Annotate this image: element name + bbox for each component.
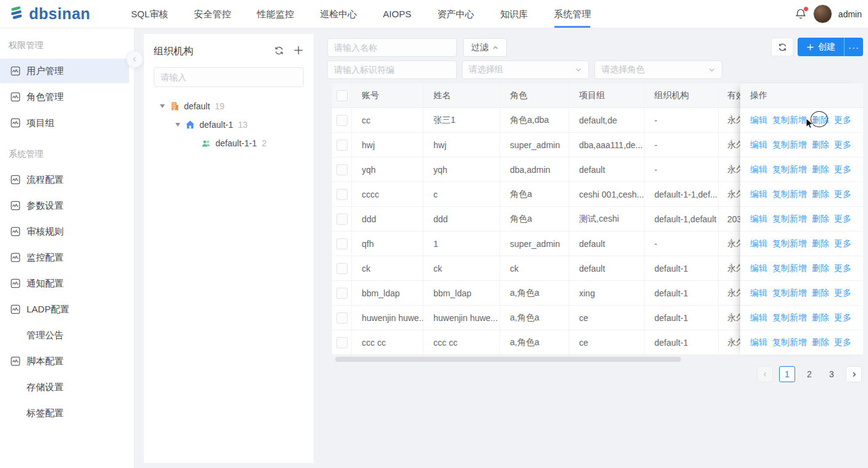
action-link[interactable]: 编辑: [750, 337, 767, 348]
nav-item[interactable]: 安全管控: [194, 0, 231, 28]
org-refresh-icon[interactable]: [274, 46, 284, 58]
action-link[interactable]: 删除: [812, 214, 829, 225]
sidebar-item[interactable]: 项目组: [0, 111, 129, 135]
page-number[interactable]: 3: [824, 366, 840, 382]
tree-expand-caret[interactable]: [175, 123, 180, 127]
action-link[interactable]: 编辑: [750, 115, 767, 126]
action-link[interactable]: 更多: [834, 140, 851, 151]
action-link[interactable]: 更多: [834, 164, 851, 175]
user-avatar[interactable]: [813, 4, 832, 23]
row-checkbox[interactable]: [336, 189, 348, 200]
action-link[interactable]: 复制新增: [772, 337, 807, 348]
action-link[interactable]: 复制新增: [772, 288, 807, 299]
action-link[interactable]: 更多: [834, 337, 851, 348]
action-link[interactable]: 复制新增: [772, 263, 807, 274]
create-button[interactable]: 创建: [798, 38, 844, 56]
action-link[interactable]: 复制新增: [772, 164, 807, 175]
action-link[interactable]: 删除: [812, 140, 829, 151]
action-link[interactable]: 更多: [834, 288, 851, 299]
action-link[interactable]: 删除: [812, 164, 829, 175]
row-checkbox[interactable]: [336, 263, 348, 274]
name-filter-field[interactable]: [327, 38, 457, 57]
nav-item[interactable]: 系统管理: [554, 0, 591, 28]
action-link[interactable]: 更多: [834, 263, 851, 274]
app-logo[interactable]: dbsinan: [9, 5, 90, 23]
row-checkbox[interactable]: [336, 115, 348, 126]
action-link[interactable]: 更多: [834, 312, 851, 324]
sidebar-item[interactable]: 流程配置: [0, 167, 129, 192]
sidebar-item[interactable]: 标签配置: [0, 401, 129, 425]
scrollbar-thumb[interactable]: [335, 357, 681, 362]
nav-item[interactable]: 知识库: [500, 0, 528, 28]
action-link[interactable]: 删除: [812, 288, 829, 299]
sidebar-item[interactable]: 管理公告: [0, 323, 129, 348]
sidebar-collapse-button[interactable]: [126, 51, 143, 68]
tree-node[interactable]: default19: [154, 97, 304, 115]
org-search-input[interactable]: [154, 72, 303, 82]
action-link[interactable]: 复制新增: [772, 189, 807, 200]
org-add-icon[interactable]: [293, 45, 304, 58]
more-actions-button[interactable]: ···: [844, 38, 863, 56]
role-select[interactable]: 请选择角色: [595, 61, 722, 79]
action-link[interactable]: 删除: [812, 115, 829, 126]
action-link[interactable]: 更多: [834, 238, 851, 249]
action-link[interactable]: 删除: [812, 337, 829, 348]
action-link[interactable]: 更多: [834, 189, 851, 200]
row-checkbox[interactable]: [336, 238, 348, 249]
action-link[interactable]: 复制新增: [772, 238, 807, 249]
sidebar-item[interactable]: 角色管理: [0, 85, 129, 109]
row-checkbox[interactable]: [336, 288, 348, 299]
row-checkbox[interactable]: [336, 337, 348, 348]
action-link[interactable]: 复制新增: [772, 115, 807, 126]
action-link[interactable]: 编辑: [750, 312, 767, 324]
row-checkbox[interactable]: [336, 312, 348, 324]
row-checkbox[interactable]: [336, 214, 348, 225]
action-link[interactable]: 删除: [812, 263, 829, 274]
identifier-filter-input[interactable]: [328, 65, 456, 75]
nav-item[interactable]: 资产中心: [437, 0, 474, 28]
action-link[interactable]: 删除: [812, 312, 829, 324]
sidebar-item[interactable]: 用户管理: [0, 59, 129, 83]
nav-item[interactable]: 巡检中心: [320, 0, 357, 28]
action-link[interactable]: 编辑: [750, 214, 767, 225]
user-name[interactable]: admin: [838, 9, 862, 19]
action-link[interactable]: 编辑: [750, 263, 767, 274]
next-page-button[interactable]: [846, 366, 862, 382]
sidebar-item[interactable]: LADP配置: [0, 297, 129, 322]
sidebar-item[interactable]: 参数设置: [0, 193, 129, 218]
page-number[interactable]: 2: [801, 366, 817, 382]
filter-toggle-button[interactable]: 过滤: [463, 38, 507, 57]
org-search-field[interactable]: [154, 67, 304, 87]
action-link[interactable]: 删除: [812, 238, 829, 249]
table-refresh-button[interactable]: [771, 38, 793, 56]
sidebar-item[interactable]: 监控配置: [0, 245, 129, 270]
name-filter-input[interactable]: [328, 43, 456, 52]
action-link[interactable]: 编辑: [750, 164, 767, 175]
prev-page-button[interactable]: [757, 366, 773, 382]
row-checkbox[interactable]: [336, 164, 348, 175]
row-checkbox[interactable]: [336, 140, 348, 151]
select-all-checkbox[interactable]: [336, 90, 348, 101]
tree-node[interactable]: default-113: [154, 115, 304, 134]
notification-bell-icon[interactable]: [795, 8, 807, 20]
sidebar-item[interactable]: 脚本配置: [0, 349, 129, 374]
action-link[interactable]: 编辑: [750, 140, 767, 151]
sidebar-item[interactable]: 通知配置: [0, 271, 129, 296]
action-link[interactable]: 编辑: [750, 238, 767, 249]
group-select[interactable]: 请选择组: [462, 61, 589, 79]
action-link[interactable]: 更多: [834, 115, 851, 126]
action-link[interactable]: 删除: [812, 189, 829, 200]
tree-node[interactable]: default-1-12: [154, 134, 304, 153]
identifier-filter-field[interactable]: [327, 61, 457, 79]
nav-item[interactable]: 性能监控: [257, 0, 294, 28]
nav-item[interactable]: SQL审核: [131, 0, 168, 28]
action-link[interactable]: 更多: [834, 214, 851, 225]
action-link[interactable]: 编辑: [750, 288, 767, 299]
action-link[interactable]: 复制新增: [772, 312, 807, 324]
tree-expand-caret[interactable]: [160, 104, 165, 108]
sidebar-item[interactable]: 审核规则: [0, 219, 129, 244]
page-number[interactable]: 1: [779, 366, 795, 382]
sidebar-item[interactable]: 存储设置: [0, 375, 129, 399]
nav-item[interactable]: AIOPS: [383, 0, 411, 28]
action-link[interactable]: 复制新增: [772, 214, 807, 225]
